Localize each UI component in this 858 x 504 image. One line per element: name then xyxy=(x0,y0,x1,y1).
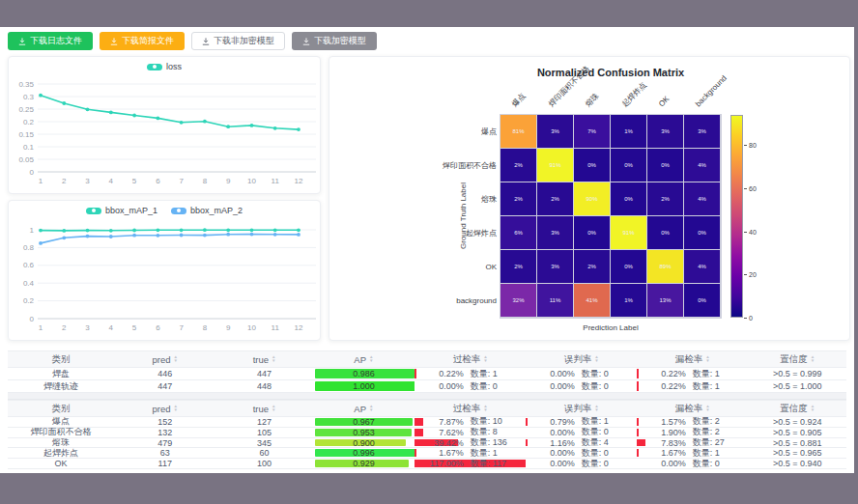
sort-caret-icon[interactable]: ▲▼ xyxy=(369,405,373,411)
table-row: 起焊炸点63600.9961.67%数量: 10.00%数量: 01.67%数量… xyxy=(8,448,846,459)
matrix-row-label: 焊印面积不合格 xyxy=(390,149,497,182)
column-header-pred[interactable]: pred▲▼ xyxy=(114,401,215,416)
column-header-category: 类别 xyxy=(8,351,114,367)
legend-item-bbox_mAP_2[interactable]: bbox_mAP_2 xyxy=(171,206,243,215)
button-label: 下载日志文件 xyxy=(30,37,82,45)
matrix-column-label: 起焊炸点 xyxy=(620,80,649,109)
column-header-pred[interactable]: pred▲▼ xyxy=(114,351,215,367)
column-label: 漏检率 xyxy=(675,403,703,415)
download-icon xyxy=(302,38,310,45)
matrix-cell: 3% xyxy=(537,115,573,148)
sort-caret-icon[interactable]: ▲▼ xyxy=(174,355,178,362)
column-header-true[interactable]: true▲▼ xyxy=(215,401,313,416)
rate-count: 数量: 4 xyxy=(582,438,637,448)
column-label: 过检率 xyxy=(453,353,481,366)
rate-percent: 0.00% xyxy=(637,459,686,468)
legend-item-bbox_mAP_1[interactable]: bbox_mAP_1 xyxy=(86,206,157,215)
svg-text:1: 1 xyxy=(30,226,35,235)
svg-text:2: 2 xyxy=(62,323,67,332)
ap-value: 0.967 xyxy=(353,417,375,427)
column-header-miss[interactable]: 漏检率▲▼ xyxy=(637,401,748,416)
cell-true: 100 xyxy=(215,459,313,468)
cell-true: 105 xyxy=(215,428,313,437)
sort-caret-icon[interactable]: ▲▼ xyxy=(483,405,487,411)
sort-caret-icon[interactable]: ▲▼ xyxy=(705,355,709,362)
rate-percent: 0.79% xyxy=(526,417,574,427)
download-button-3[interactable]: 下载非加密模型 xyxy=(191,32,285,50)
sort-caret-icon[interactable]: ▲▼ xyxy=(369,355,373,362)
loss-line-chart: 00.050.10.150.20.250.30.3512345678910111… xyxy=(9,57,322,195)
svg-text:12: 12 xyxy=(295,323,303,332)
cell-pred: 152 xyxy=(114,417,215,427)
map-chart-legend: bbox_mAP_1bbox_mAP_2 xyxy=(9,206,320,215)
svg-text:0.8: 0.8 xyxy=(23,243,35,252)
rate-percent: 0.22% xyxy=(637,381,686,391)
column-header-ap[interactable]: AP▲▼ xyxy=(313,401,415,416)
sort-caret-icon[interactable]: ▲▼ xyxy=(811,405,815,411)
matrix-cell: 0% xyxy=(574,216,610,249)
cell-category: 起焊炸点 xyxy=(8,448,114,458)
rate-count: 数量: 1 xyxy=(693,368,749,379)
cell-confidence: >0.5 = 0.965 xyxy=(748,448,846,458)
colorbar-tick xyxy=(744,232,747,233)
sort-caret-icon[interactable]: ▲▼ xyxy=(594,405,598,411)
cell-mis-rate: 0.00%数量: 0 xyxy=(526,448,637,458)
cell-confidence: >0.5 = 0.924 xyxy=(748,417,846,427)
rate-percent: 0.00% xyxy=(526,459,574,468)
column-header-mis[interactable]: 误判率▲▼ xyxy=(526,401,637,416)
legend-item-loss[interactable]: loss xyxy=(147,62,182,71)
rate-percent: 7.62% xyxy=(415,428,464,437)
cell-over-rate: 117.00%数量: 117 xyxy=(415,459,526,468)
column-header-over[interactable]: 过检率▲▼ xyxy=(415,351,526,367)
cell-true: 448 xyxy=(215,380,313,392)
column-header-miss[interactable]: 漏检率▲▼ xyxy=(637,351,748,367)
sort-caret-icon[interactable]: ▲▼ xyxy=(811,355,815,362)
rate-count: 数量: 2 xyxy=(693,417,749,427)
sort-caret-icon[interactable]: ▲▼ xyxy=(174,405,178,411)
cell-miss-rate: 7.83%数量: 27 xyxy=(637,438,748,448)
cell-miss-rate: 1.57%数量: 2 xyxy=(637,417,748,427)
rate-count: 数量: 1 xyxy=(582,417,637,427)
cell-mis-rate: 0.00%数量: 0 xyxy=(526,368,637,379)
column-header-mis[interactable]: 误判率▲▼ xyxy=(526,351,637,367)
svg-text:0.1: 0.1 xyxy=(23,143,35,152)
column-header-ap[interactable]: AP▲▼ xyxy=(313,351,415,367)
column-label: pred xyxy=(153,404,171,414)
confusion-matrix-title: Normalized Confusion Matrix xyxy=(404,67,817,78)
cell-mis-rate: 0.00%数量: 0 xyxy=(526,380,637,392)
column-header-over[interactable]: 过检率▲▼ xyxy=(415,401,526,416)
dashboard-page: 下载日志文件下载简报文件下载非加密模型下载加密模型 loss 00.050.10… xyxy=(0,0,858,504)
svg-text:6: 6 xyxy=(156,323,160,332)
sort-caret-icon[interactable]: ▲▼ xyxy=(483,355,487,362)
rate-count: 数量: 0 xyxy=(582,380,637,392)
button-label: 下载非加密模型 xyxy=(214,37,274,45)
matrix-cell: 89% xyxy=(647,250,683,283)
rate-count: 数量: 1 xyxy=(693,380,749,392)
download-button-4[interactable]: 下载加密模型 xyxy=(292,32,377,50)
cell-mis-rate: 0.79%数量: 1 xyxy=(526,417,637,427)
column-header-conf[interactable]: 置信度▲▼ xyxy=(748,351,846,367)
ap-value: 1.000 xyxy=(353,381,375,391)
sort-caret-icon[interactable]: ▲▼ xyxy=(272,405,275,411)
svg-text:12: 12 xyxy=(295,177,303,185)
matrix-column-label: background xyxy=(694,73,729,109)
column-header-conf[interactable]: 置信度▲▼ xyxy=(748,401,846,416)
matrix-cell: 3% xyxy=(537,250,573,283)
cell-pred: 479 xyxy=(114,438,215,448)
rate-count: 数量: 0 xyxy=(693,459,749,468)
colorbar-tick xyxy=(744,188,747,189)
confusion-matrix-card: Normalized Confusion Matrix Ground Truth… xyxy=(329,56,850,341)
rate-count: 数量: 0 xyxy=(582,459,637,468)
sort-caret-icon[interactable]: ▲▼ xyxy=(272,355,275,362)
svg-text:4: 4 xyxy=(109,177,114,185)
column-header-true[interactable]: true▲▼ xyxy=(215,351,313,367)
cell-category: OK xyxy=(8,459,114,468)
rate-count: 数量: 0 xyxy=(582,428,637,437)
sort-caret-icon[interactable]: ▲▼ xyxy=(705,405,709,411)
download-button-2[interactable]: 下载简报文件 xyxy=(100,32,185,50)
top-bar xyxy=(0,0,858,27)
download-button-1[interactable]: 下载日志文件 xyxy=(8,32,93,50)
cell-true: 345 xyxy=(215,438,313,448)
sort-caret-icon[interactable]: ▲▼ xyxy=(594,355,598,362)
map-line-chart: 00.20.40.60.81123456789101112 xyxy=(9,201,322,342)
